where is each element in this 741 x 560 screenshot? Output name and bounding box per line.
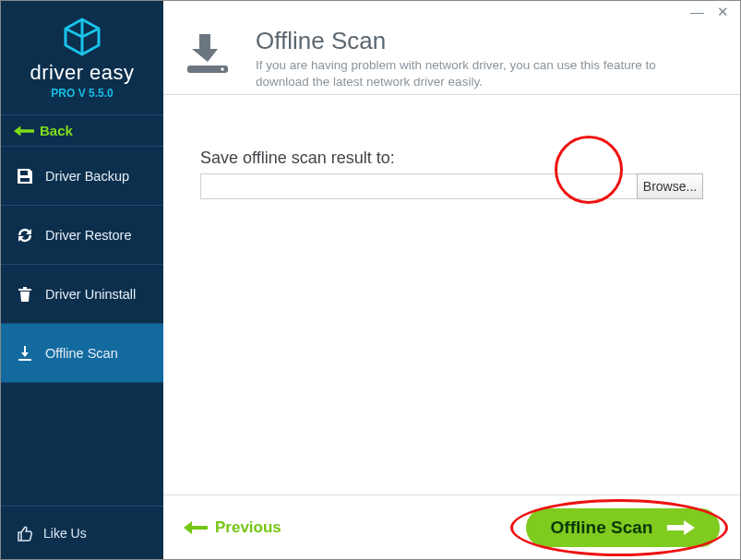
previous-label: Previous — [215, 518, 281, 537]
sidebar: driver easy PRO V 5.5.0 Back Driver Back… — [1, 1, 163, 559]
browse-button[interactable]: Browse... — [637, 173, 703, 199]
back-arrow-icon — [14, 125, 34, 137]
like-us-label: Like Us — [43, 526, 87, 541]
forward-arrow-icon — [667, 520, 695, 535]
sidebar-item-label: Driver Uninstall — [45, 287, 136, 302]
main-panel: — ✕ Offline Scan If you are having probl… — [163, 1, 740, 559]
page-header-text: Offline Scan If you are having problem w… — [256, 27, 689, 90]
window-close-button[interactable]: ✕ — [717, 5, 729, 18]
back-button[interactable]: Back — [1, 115, 163, 147]
save-icon — [16, 167, 34, 185]
sidebar-item-label: Driver Backup — [45, 169, 129, 184]
svg-point-1 — [221, 67, 223, 70]
sidebar-item-label: Offline Scan — [45, 346, 118, 361]
window-titlebar: — ✕ — [163, 1, 740, 21]
sidebar-item-offline-scan[interactable]: Offline Scan — [1, 324, 163, 383]
like-us-button[interactable]: Like Us — [1, 506, 163, 559]
logo-icon — [60, 17, 104, 57]
back-label: Back — [40, 123, 73, 138]
sidebar-nav: Driver Backup Driver Restore Driver Unin… — [1, 147, 163, 506]
offline-scan-label: Offline Scan — [551, 518, 653, 538]
sidebar-item-driver-backup[interactable]: Driver Backup — [1, 147, 163, 206]
sidebar-item-driver-restore[interactable]: Driver Restore — [1, 206, 163, 265]
trash-icon — [16, 285, 34, 304]
save-path-input[interactable] — [200, 173, 637, 199]
save-path-row: Browse... — [200, 173, 703, 199]
page-title: Offline Scan — [256, 27, 689, 55]
app-window: driver easy PRO V 5.5.0 Back Driver Back… — [0, 0, 741, 560]
offline-scan-button[interactable]: Offline Scan — [526, 508, 720, 547]
thumbs-up-icon — [16, 524, 34, 542]
footer-bar: Previous Offline Scan — [163, 494, 740, 559]
previous-button[interactable]: Previous — [184, 518, 281, 537]
refresh-icon — [16, 226, 34, 244]
page-description: If you are having problem with network d… — [256, 57, 689, 90]
download-large-icon — [178, 27, 237, 86]
sidebar-item-driver-uninstall[interactable]: Driver Uninstall — [1, 265, 163, 324]
sidebar-item-label: Driver Restore — [45, 228, 131, 243]
brand-text: driver easy — [30, 61, 134, 85]
previous-arrow-icon — [184, 521, 208, 534]
window-minimize-button[interactable]: — — [690, 5, 704, 18]
download-icon — [16, 344, 34, 363]
content-area: Save offline scan result to: Browse... — [163, 95, 740, 494]
logo-area: driver easy PRO V 5.5.0 — [1, 1, 163, 115]
save-path-label: Save offline scan result to: — [200, 149, 703, 168]
version-text: PRO V 5.5.0 — [51, 87, 113, 100]
page-header: Offline Scan If you are having problem w… — [163, 21, 740, 95]
